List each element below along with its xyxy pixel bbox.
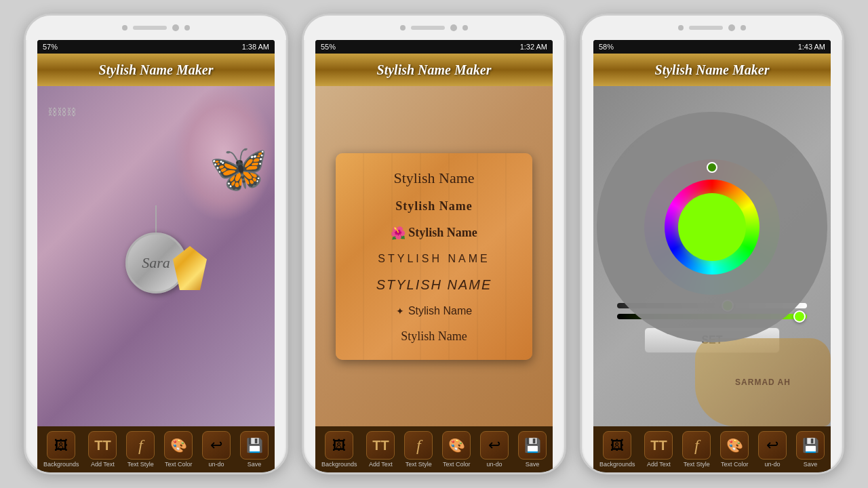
toolbar-textcolor-btn-2[interactable]: 🎨 Text Color (442, 431, 471, 468)
keychain-label: SARMAD AH (735, 378, 791, 387)
phone-3-top-bar (582, 16, 842, 40)
backgrounds-label-3: Backgrounds (599, 461, 635, 468)
brightness-slider-track[interactable] (617, 303, 807, 308)
phone-1-camera (172, 24, 179, 31)
font-style-6[interactable]: ✦ Stylish Name (346, 302, 522, 320)
phone-1: 57% 1:38 AM Stylish Name Maker Sara (24, 14, 288, 474)
phone-1-time: 1:38 AM (242, 43, 269, 51)
textstyle-label-3: Text Style (684, 461, 710, 468)
textcolor-label-3: Text Color (721, 461, 749, 468)
backgrounds-label-1: Backgrounds (43, 461, 79, 468)
pendant-group: Sara (125, 205, 186, 293)
textstyle-label-1: Text Style (127, 461, 154, 468)
phone-1-speaker (133, 26, 167, 30)
phone-2-dot (400, 25, 406, 30)
color-sliders (617, 303, 807, 319)
undo-label-3: un-do (765, 461, 781, 468)
toolbar-addtext-btn-3[interactable]: TT Add Text (644, 431, 673, 468)
font-style-4[interactable]: STYLISH NAME (346, 250, 522, 268)
keychain-decoration: SARMAD AH (695, 338, 831, 426)
undo-label-1: un-do (209, 461, 224, 468)
toolbar-undo-btn-2[interactable]: ↩ un-do (480, 431, 509, 468)
toolbar-textstyle-btn-3[interactable]: f Text Style (682, 431, 711, 468)
color-indicator-dot[interactable] (707, 162, 717, 173)
toolbar-textcolor-btn-1[interactable]: 🎨 Text Color (164, 431, 193, 468)
phone-3-camera (728, 24, 735, 31)
color-picker-background: SARMAD AH (593, 86, 831, 426)
phone-2-signal: 55% (321, 43, 336, 51)
phone-3: 58% 1:43 AM Stylish Name Maker SARMAD AH (580, 14, 844, 474)
phone-3-toolbar: 🖼 Backgrounds TT Add Text f Text Style 🎨… (593, 426, 831, 472)
toolbar-addtext-btn-2[interactable]: TT Add Text (366, 431, 395, 468)
save-label-3: Save (804, 461, 818, 468)
toolbar-undo-btn-1[interactable]: ↩ un-do (202, 431, 231, 468)
undo-icon-box-1: ↩ (202, 431, 231, 460)
backgrounds-icon-box-1: 🖼 (47, 431, 75, 460)
toolbar-textstyle-btn-1[interactable]: f Text Style (126, 431, 155, 468)
addtext-label-3: Add Text (647, 461, 671, 468)
wing-decoration: 🦋 (209, 140, 268, 196)
phone-2-time: 1:32 AM (520, 43, 547, 51)
backgrounds-label-2: Backgrounds (321, 461, 357, 468)
font-style-5[interactable]: STYLISH NAME (346, 274, 522, 296)
phone-1-top-bar (26, 16, 286, 40)
toolbar-undo-btn-3[interactable]: ↩ un-do (758, 431, 787, 468)
phone-1-toolbar: 🖼 Backgrounds TT Add Text f Text Style 🎨… (37, 426, 275, 472)
phone-2-app-header: Stylish Name Maker (315, 54, 553, 86)
chain-decoration: ⛓⛓⛓ (47, 106, 76, 117)
undo-icon-box-2: ↩ (480, 431, 509, 460)
phone-1-dot (122, 25, 127, 30)
phone-2-dot2 (462, 25, 468, 30)
toolbar-backgrounds-btn-3[interactable]: 🖼 Backgrounds (599, 431, 635, 468)
toolbar-save-btn-2[interactable]: 💾 Save (518, 431, 547, 468)
toolbar-addtext-btn-1[interactable]: TT Add Text (88, 431, 117, 468)
phone-3-dot2 (741, 25, 746, 30)
toolbar-save-btn-1[interactable]: 💾 Save (240, 431, 269, 468)
toolbar-backgrounds-btn-1[interactable]: 🖼 Backgrounds (43, 431, 79, 468)
backgrounds-icon-box-2: 🖼 (325, 431, 353, 460)
font-style-1[interactable]: Stylish Name (346, 167, 522, 190)
phone-1-content: Sara 🦋 ⛓⛓⛓ (37, 86, 275, 426)
color-preview-circle (678, 193, 746, 261)
phone-1-app-title: Stylish Name Maker (99, 62, 214, 78)
phone-3-status-bar: 58% 1:43 AM (593, 40, 831, 54)
textstyle-icon-box-1: f (126, 431, 155, 460)
phone-1-app-header: Stylish Name Maker (37, 54, 275, 86)
phone-1-status-bar: 57% 1:38 AM (37, 40, 275, 54)
saturation-slider-thumb[interactable] (793, 310, 806, 323)
toolbar-save-btn-3[interactable]: 💾 Save (796, 431, 825, 468)
save-icon-box-3: 💾 (796, 431, 825, 460)
backgrounds-icon-box-3: 🖼 (603, 431, 631, 460)
phone-2-screen: 55% 1:32 AM Stylish Name Maker Stylish N… (315, 40, 553, 472)
phone-2: 55% 1:32 AM Stylish Name Maker Stylish N… (302, 14, 566, 474)
save-icon-box-2: 💾 (518, 431, 547, 460)
textstyle-label-2: Text Style (406, 461, 432, 468)
toolbar-backgrounds-btn-2[interactable]: 🖼 Backgrounds (321, 431, 357, 468)
phone-3-screen: 58% 1:43 AM Stylish Name Maker SARMAD AH (593, 40, 831, 472)
toolbar-textstyle-btn-2[interactable]: f Text Style (404, 431, 433, 468)
font-style-3[interactable]: 🌺 Stylish Name (346, 223, 522, 243)
phone-2-app-title: Stylish Name Maker (377, 62, 492, 78)
textstyle-icon-box-3: f (682, 431, 711, 460)
addtext-icon-box-3: TT (644, 431, 673, 460)
phone-1-dot2 (184, 25, 190, 30)
phone-2-top-bar (304, 16, 564, 40)
color-wheel-container[interactable] (644, 159, 780, 295)
font-selection-card: Stylish Name Stylish Name 🌺 Stylish Name… (336, 153, 532, 360)
phone-2-content: Stylish Name Stylish Name 🌺 Stylish Name… (315, 86, 553, 426)
addtext-icon-box-1: TT (88, 431, 117, 460)
phone-3-speaker (689, 26, 723, 30)
phone-1-signal: 57% (43, 43, 58, 51)
jewelry-background: Sara 🦋 ⛓⛓⛓ (37, 86, 275, 426)
brightness-slider-thumb[interactable] (722, 300, 734, 312)
saturation-slider-track[interactable] (617, 314, 807, 319)
undo-label-2: un-do (487, 461, 502, 468)
toolbar-textcolor-btn-3[interactable]: 🎨 Text Color (720, 431, 749, 468)
font-style-7[interactable]: Stylish Name (346, 327, 522, 346)
textcolor-icon-box-1: 🎨 (164, 431, 193, 460)
font-style-2[interactable]: Stylish Name (346, 197, 522, 216)
phone-3-time: 1:43 AM (798, 43, 825, 51)
app-container: 57% 1:38 AM Stylish Name Maker Sara (0, 0, 868, 488)
phone-1-screen: 57% 1:38 AM Stylish Name Maker Sara (37, 40, 275, 472)
pendant-with-gem: Sara (125, 232, 186, 293)
